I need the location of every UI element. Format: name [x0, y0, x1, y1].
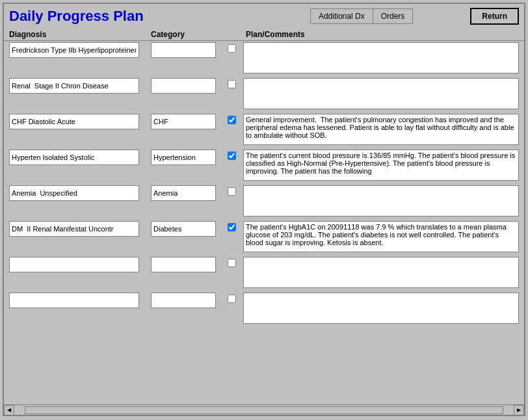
main-container: Daily Progress Plan Additional Dx Orders…: [3, 3, 525, 416]
category-cell: [151, 293, 222, 326]
row-checkbox[interactable]: [228, 116, 236, 124]
plan-textarea[interactable]: [243, 42, 519, 73]
plan-cell: [243, 185, 519, 218]
scrollbar-track[interactable]: [25, 406, 503, 414]
plan-cell: [243, 114, 519, 147]
table-row: [9, 221, 519, 254]
row-checkbox[interactable]: [228, 44, 236, 53]
check-cell: [228, 257, 241, 290]
category-input[interactable]: [151, 221, 216, 237]
category-input[interactable]: [151, 114, 216, 129]
check-cell: [228, 42, 241, 75]
category-input[interactable]: [151, 150, 216, 165]
row-checkbox[interactable]: [228, 151, 236, 160]
horizontal-scrollbar: ◀ ▶: [4, 404, 524, 415]
plan-cell: [243, 221, 519, 254]
column-headers: Diagnosis Category Plan/Comments: [4, 29, 524, 41]
diagnosis-cell: [9, 221, 146, 254]
diagnosis-cell: [9, 78, 146, 111]
table-row: [9, 114, 519, 147]
additional-dx-button[interactable]: Additional Dx: [310, 8, 373, 24]
diagnosis-cell: [9, 293, 146, 326]
plan-textarea[interactable]: [243, 150, 519, 181]
category-input[interactable]: [151, 257, 216, 272]
scroll-right-arrow[interactable]: ▶: [514, 405, 524, 415]
category-cell: [151, 221, 222, 254]
category-input[interactable]: [151, 42, 216, 58]
diagnosis-cell: [9, 42, 146, 75]
row-checkbox[interactable]: [228, 259, 236, 267]
plan-cell: [243, 257, 519, 290]
plan-textarea[interactable]: [243, 293, 519, 324]
plan-header: Plan/Comments: [246, 30, 519, 39]
table-row: [9, 78, 519, 111]
diagnosis-cell: [9, 185, 146, 218]
row-checkbox[interactable]: [228, 187, 236, 196]
category-input[interactable]: [151, 78, 216, 94]
category-cell: [151, 42, 222, 75]
orders-button[interactable]: Orders: [373, 8, 414, 24]
plan-cell: [243, 150, 519, 183]
table-row: [9, 293, 519, 326]
check-cell: [228, 78, 241, 111]
diagnosis-header: Diagnosis: [9, 30, 146, 39]
row-checkbox[interactable]: [228, 223, 236, 231]
category-cell: [151, 150, 222, 183]
table-row: [9, 42, 519, 75]
row-checkbox[interactable]: [228, 80, 236, 88]
category-cell: [151, 185, 222, 218]
check-cell: [228, 185, 241, 218]
diagnosis-input[interactable]: [9, 293, 139, 308]
page-title: Daily Progress Plan: [9, 8, 305, 25]
table-row: [9, 257, 519, 290]
check-cell: [228, 293, 241, 326]
plan-cell: [243, 293, 519, 326]
category-cell: [151, 78, 222, 111]
diagnosis-input[interactable]: [9, 257, 139, 272]
diagnosis-cell: [9, 150, 146, 183]
plan-textarea[interactable]: [243, 185, 519, 217]
category-cell: [151, 114, 222, 147]
table-row: [9, 185, 519, 218]
plan-cell: [243, 42, 519, 75]
check-header: [228, 30, 241, 39]
return-button[interactable]: Return: [470, 8, 519, 25]
rows-container: [4, 41, 524, 404]
category-input[interactable]: [151, 293, 216, 308]
check-cell: [228, 150, 241, 183]
diagnosis-input[interactable]: [9, 78, 139, 94]
plan-textarea[interactable]: [243, 221, 519, 252]
header-buttons: Additional Dx Orders: [310, 8, 413, 24]
plan-textarea[interactable]: [243, 257, 519, 288]
category-header: Category: [151, 30, 222, 39]
check-cell: [228, 221, 241, 254]
table-row: [9, 150, 519, 183]
diagnosis-input[interactable]: [9, 221, 139, 237]
diagnosis-input[interactable]: [9, 185, 139, 201]
row-checkbox[interactable]: [228, 295, 236, 303]
check-cell: [228, 114, 241, 147]
category-input[interactable]: [151, 185, 216, 201]
plan-cell: [243, 78, 519, 111]
diagnosis-cell: [9, 114, 146, 147]
diagnosis-input[interactable]: [9, 114, 139, 129]
diagnosis-input[interactable]: [9, 150, 139, 165]
plan-textarea[interactable]: [243, 114, 519, 145]
diagnosis-cell: [9, 257, 146, 290]
header: Daily Progress Plan Additional Dx Orders…: [4, 4, 524, 29]
scroll-left-arrow[interactable]: ◀: [4, 405, 14, 415]
category-cell: [151, 257, 222, 290]
plan-textarea[interactable]: [243, 78, 519, 109]
diagnosis-input[interactable]: [9, 42, 139, 58]
